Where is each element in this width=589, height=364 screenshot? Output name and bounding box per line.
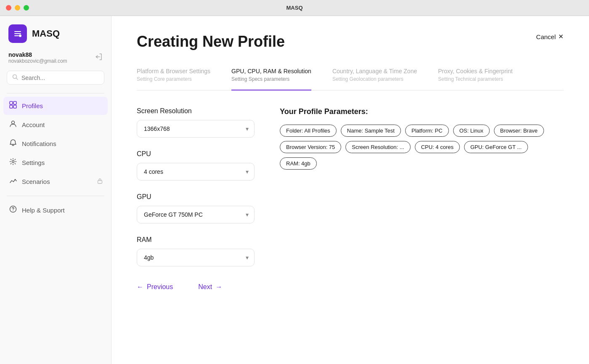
screen-resolution-label: Screen Resolution: [137, 107, 255, 115]
cancel-button[interactable]: Cancel ✕: [536, 33, 564, 40]
user-info: novak88 novakbozovic@gmail.com: [8, 51, 67, 64]
tab-platform[interactable]: Platform & Browser Settings Setting Core…: [137, 68, 210, 90]
tab-proxy[interactable]: Proxy, Cookies & Fingerprint Setting Tec…: [438, 68, 512, 90]
params-grid: Folder: All ProfilesName: Sample TestPla…: [280, 125, 564, 170]
sidebar-divider-bottom: [7, 196, 104, 196]
sidebar-divider-top: [7, 93, 104, 93]
svg-rect-9: [98, 181, 102, 183]
gpu-select-wrapper: GeForce GT 750M PC GeForce RTX 3080 AMD …: [137, 206, 255, 223]
param-badge: Browser: Brave: [494, 125, 544, 137]
sidebar-logo: MASQ: [0, 24, 111, 51]
cpu-select-wrapper: 1 core 2 cores 4 cores 8 cores 16 cores …: [137, 163, 255, 181]
page-header: Creating New Profile Cancel ✕: [137, 33, 564, 50]
logo-text: MASQ: [32, 28, 60, 39]
svg-point-8: [12, 161, 14, 163]
tab-platform-subtitle: Setting Core parameters: [137, 76, 210, 82]
gpu-group: GPU GeForce GT 750M PC GeForce RTX 3080 …: [137, 193, 255, 223]
tab-gpu[interactable]: GPU, CPU, RAM & Resolution Setting Specs…: [231, 68, 311, 90]
param-badge: CPU: 4 cores: [415, 141, 460, 153]
param-badge: Screen Resolution: ...: [345, 141, 410, 153]
sidebar-nav: Profiles Account: [0, 97, 111, 191]
help-support-item[interactable]: Help & Support: [3, 201, 108, 219]
tab-platform-title: Platform & Browser Settings: [137, 68, 210, 74]
search-icon: [12, 74, 18, 81]
next-button[interactable]: Next →: [198, 283, 222, 291]
profiles-label: Profiles: [22, 102, 103, 109]
account-label: Account: [22, 121, 103, 128]
sidebar-item-profiles[interactable]: Profiles: [3, 97, 108, 115]
settings-label: Settings: [22, 159, 103, 166]
param-badge: GPU: GeForce GT ...: [464, 141, 528, 153]
param-badge: Folder: All Profiles: [280, 125, 337, 137]
tab-country-subtitle: Setting Geolocation parameters: [332, 76, 417, 82]
tab-proxy-title: Proxy, Cookies & Fingerprint: [438, 68, 512, 74]
sidebar-help: Help & Support: [0, 201, 111, 219]
titlebar-title: MASQ: [287, 5, 303, 11]
profile-params: Your Profile Parameters: Folder: All Pro…: [280, 107, 564, 291]
logo-icon: [8, 24, 27, 43]
ram-select-wrapper: 2gb 4gb 8gb 16gb 32gb ▾: [137, 249, 255, 266]
notifications-icon: [8, 139, 18, 149]
cpu-select[interactable]: 1 core 2 cores 4 cores 8 cores 16 cores: [137, 163, 255, 181]
sidebar-item-notifications[interactable]: Notifications: [3, 135, 108, 153]
titlebar: MASQ: [0, 0, 589, 16]
search-input[interactable]: [21, 74, 99, 81]
maximize-button[interactable]: [24, 5, 29, 11]
gpu-select[interactable]: GeForce GT 750M PC GeForce RTX 3080 AMD …: [137, 206, 255, 223]
sidebar-item-settings[interactable]: Settings: [3, 154, 108, 172]
account-icon: [8, 120, 18, 130]
scenarios-label: Scenarios: [22, 178, 93, 185]
cancel-label: Cancel: [536, 33, 556, 40]
screen-resolution-select[interactable]: 1366x768 1920x1080 2560x1440 1280x720: [137, 120, 255, 138]
svg-rect-5: [10, 105, 13, 108]
param-badge: Name: Sample Test: [341, 125, 401, 137]
main-content: Creating New Profile Cancel ✕ Platform &…: [111, 16, 589, 364]
cpu-label: CPU: [137, 150, 255, 158]
form-container: Screen Resolution 1366x768 1920x1080 256…: [137, 107, 564, 291]
sidebar-user: novak88 novakbozovic@gmail.com: [0, 51, 111, 71]
svg-point-7: [12, 121, 15, 124]
svg-rect-3: [10, 101, 13, 104]
sidebar-item-scenarios[interactable]: Scenarios: [3, 173, 108, 191]
tab-country[interactable]: Country, Language & Time Zone Setting Ge…: [332, 68, 417, 90]
user-email: novakbozovic@gmail.com: [8, 58, 67, 64]
ram-group: RAM 2gb 4gb 8gb 16gb 32gb ▾: [137, 236, 255, 266]
lock-icon: [97, 178, 103, 185]
ram-select[interactable]: 2gb 4gb 8gb 16gb 32gb: [137, 249, 255, 266]
profiles-icon: [8, 101, 18, 111]
notifications-label: Notifications: [22, 140, 103, 147]
nav-buttons: ← Previous Next →: [137, 283, 255, 291]
tab-country-title: Country, Language & Time Zone: [332, 68, 417, 74]
tab-proxy-subtitle: Setting Technical parameters: [438, 76, 512, 82]
scenarios-icon: [8, 177, 18, 186]
logout-icon[interactable]: [94, 53, 103, 63]
wizard-tabs: Platform & Browser Settings Setting Core…: [137, 67, 564, 90]
search-bar[interactable]: [7, 71, 104, 85]
gpu-label: GPU: [137, 193, 255, 201]
svg-point-1: [19, 35, 21, 37]
username: novak88: [8, 51, 67, 58]
close-button[interactable]: [6, 5, 11, 11]
previous-label: Previous: [147, 283, 173, 291]
next-label: Next: [198, 283, 212, 291]
tab-gpu-subtitle: Setting Specs parameters: [231, 76, 311, 82]
previous-button[interactable]: ← Previous: [137, 283, 173, 291]
svg-point-11: [13, 210, 13, 211]
help-icon: [8, 205, 18, 215]
arrow-right-icon: →: [215, 283, 222, 291]
param-badge: Browser Version: 75: [280, 141, 341, 153]
sidebar: MASQ novak88 novakbozovic@gmail.com: [0, 16, 111, 364]
minimize-button[interactable]: [15, 5, 20, 11]
app-layout: MASQ novak88 novakbozovic@gmail.com: [0, 16, 589, 364]
cpu-group: CPU 1 core 2 cores 4 cores 8 cores 16 co…: [137, 150, 255, 181]
param-badge: RAM: 4gb: [280, 157, 317, 170]
help-label: Help & Support: [22, 207, 103, 214]
params-title: Your Profile Parameters:: [280, 107, 564, 116]
window-controls: [6, 5, 29, 11]
settings-icon: [8, 158, 18, 167]
arrow-left-icon: ←: [137, 283, 143, 291]
sidebar-item-account[interactable]: Account: [3, 116, 108, 134]
svg-rect-6: [13, 105, 16, 108]
ram-label: RAM: [137, 236, 255, 244]
screen-resolution-group: Screen Resolution 1366x768 1920x1080 256…: [137, 107, 255, 138]
